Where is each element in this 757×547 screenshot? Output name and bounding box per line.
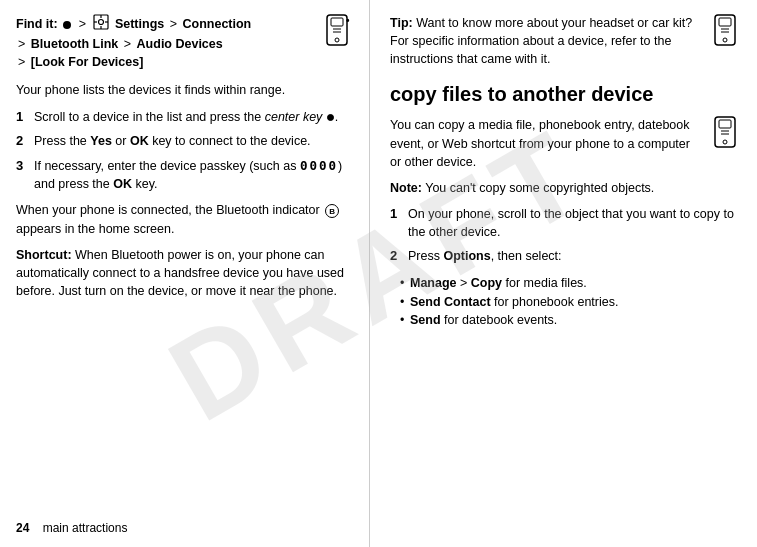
- step-3: 3 If necessary, enter the device passkey…: [16, 157, 353, 193]
- svg-point-8: [335, 38, 339, 42]
- shortcut-block: Shortcut: When Bluetooth power is on, yo…: [16, 246, 353, 300]
- copy-icon: [709, 116, 741, 157]
- shortcut-label: Shortcut:: [16, 248, 72, 262]
- find-it-look: [Look For Devices]: [31, 55, 144, 69]
- bluetooth-indicator-icon: B: [325, 204, 339, 218]
- options-label: Options: [443, 249, 490, 263]
- step-1: 1 Scroll to a device in the list and pre…: [16, 108, 353, 127]
- when-connected-text: When your phone is connected, the Blueto…: [16, 201, 353, 237]
- settings-icon: [93, 14, 109, 35]
- tip-text: Want to know more about your headset or …: [390, 16, 692, 66]
- svg-rect-13: [719, 18, 731, 26]
- find-it-connection: Connection: [183, 17, 252, 31]
- page-footer: 24 main attractions: [16, 521, 127, 535]
- svg-rect-6: [327, 15, 347, 45]
- left-column: Find it: >: [0, 0, 370, 547]
- copy-label: Copy: [471, 276, 502, 290]
- step-1-content: Scroll to a device in the list and press…: [34, 108, 353, 127]
- find-it-settings: Settings: [115, 17, 164, 31]
- bullet-3: Send for datebook events.: [400, 311, 741, 330]
- steps-list: 1 Scroll to a device in the list and pre…: [16, 108, 353, 194]
- find-it-bluetooth: Bluetooth Link: [31, 37, 119, 51]
- section-heading: copy files to another device: [390, 82, 741, 106]
- bullet-2: Send Contact for phonebook entries.: [400, 293, 741, 312]
- intro-text: Your phone lists the devices it finds wi…: [16, 81, 353, 99]
- find-it-audio: Audio Devices: [137, 37, 223, 51]
- tip-block: Tip: Want to know more about your headse…: [390, 14, 741, 68]
- right-step-1: 1 On your phone, scroll to the object th…: [390, 205, 741, 241]
- bullet-list: Manage > Copy for media files. Send Cont…: [400, 274, 741, 330]
- center-dot-icon: [63, 21, 71, 29]
- right-steps-list: 1 On your phone, scroll to the object th…: [390, 205, 741, 266]
- page-container: DRAFT Find it: >: [0, 0, 757, 547]
- right-step-2: 2 Press Options, then select:: [390, 247, 741, 266]
- note-label: Note:: [390, 181, 422, 195]
- step-1-num: 1: [16, 108, 34, 127]
- passkey-example: 0000: [300, 158, 338, 173]
- step-2-content: Press the Yes or OK key to connect to th…: [34, 132, 353, 151]
- step-2: 2 Press the Yes or OK key to connect to …: [16, 132, 353, 151]
- right-step-1-num: 1: [390, 205, 408, 241]
- step-3-num: 3: [16, 157, 34, 193]
- svg-point-1: [99, 20, 104, 25]
- bullet-1: Manage > Copy for media files.: [400, 274, 741, 293]
- manage-label: Manage: [410, 276, 457, 290]
- right-step-2-content: Press Options, then select:: [408, 247, 741, 266]
- svg-rect-17: [715, 117, 735, 147]
- svg-rect-12: [715, 15, 735, 45]
- bluetooth-device-icon: •: [321, 14, 353, 53]
- svg-rect-18: [719, 120, 731, 128]
- find-it-text: Find it: >: [16, 14, 313, 71]
- section-intro: You can copy a media file, phonebook ent…: [390, 116, 701, 170]
- tip-label: Tip:: [390, 16, 413, 30]
- footer-label: main attractions: [43, 521, 128, 535]
- page-number: 24: [16, 521, 29, 535]
- ok-label-2: OK: [113, 177, 132, 191]
- step-3-content: If necessary, enter the device passkey (…: [34, 157, 353, 193]
- section-body: You can copy a media file, phonebook ent…: [390, 116, 741, 170]
- note-block: Note: You can't copy some copyrighted ob…: [390, 179, 741, 197]
- tip-text-container: Tip: Want to know more about your headse…: [390, 14, 701, 68]
- right-column: Tip: Want to know more about your headse…: [370, 0, 757, 547]
- section-intro-container: You can copy a media file, phonebook ent…: [390, 116, 741, 170]
- send-contact-label: Send Contact: [410, 295, 491, 309]
- find-it-label: Find it:: [16, 17, 58, 31]
- svg-point-19: [723, 140, 727, 144]
- yes-label: Yes: [90, 134, 112, 148]
- find-it-block: Find it: >: [16, 14, 353, 71]
- right-step-1-content: On your phone, scroll to the object that…: [408, 205, 741, 241]
- step-2-num: 2: [16, 132, 34, 151]
- center-dot-icon-2: [327, 114, 334, 121]
- svg-rect-7: [331, 18, 343, 26]
- right-step-2-num: 2: [390, 247, 408, 266]
- svg-point-14: [723, 38, 727, 42]
- svg-text:•: •: [346, 15, 350, 26]
- center-key-label: center key: [265, 110, 323, 124]
- note-text: You can't copy some copyrighted objects.: [422, 181, 654, 195]
- send-label: Send: [410, 313, 441, 327]
- tip-icon: [709, 14, 741, 68]
- ok-label-1: OK: [130, 134, 149, 148]
